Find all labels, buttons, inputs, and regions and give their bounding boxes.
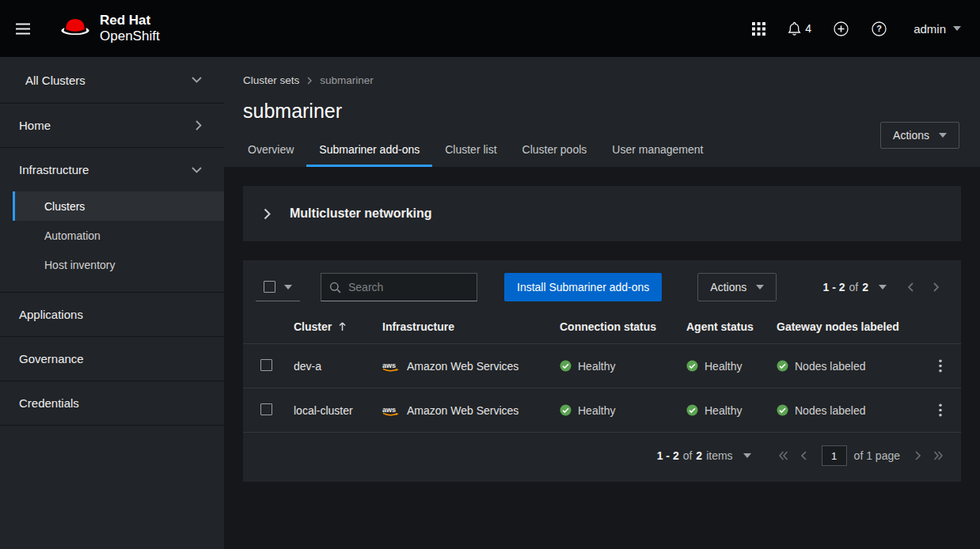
pagination-options-menu-bottom[interactable]: 1 - 2 of 2 items <box>657 449 751 462</box>
pagination-options-menu[interactable]: 1 - 2 of 2 <box>823 281 887 293</box>
notification-count-badge: 4 <box>805 22 811 35</box>
expand-section-button[interactable] <box>260 205 274 223</box>
sidebar-item-governance[interactable]: Governance <box>0 337 224 381</box>
connection-status[interactable]: Healthy <box>578 360 615 373</box>
first-page-button[interactable] <box>773 444 794 468</box>
next-page-button[interactable] <box>923 273 948 301</box>
page-actions-label: Actions <box>893 129 929 142</box>
help-button[interactable]: ? <box>860 0 898 57</box>
bulk-select-checkbox[interactable] <box>264 281 275 293</box>
sidebar-item-label: Clusters <box>44 200 85 213</box>
column-header-connection-status: Connection status <box>550 314 677 344</box>
header-actions-cell <box>920 314 961 344</box>
sidebar-item-label: Credentials <box>19 396 79 410</box>
caret-down-icon <box>953 26 961 31</box>
search-icon <box>329 282 341 293</box>
tab-label: Overview <box>248 143 294 156</box>
install-submariner-button[interactable]: Install Submariner add-ons <box>504 273 662 301</box>
perspective-switcher[interactable]: All Clusters <box>0 57 224 104</box>
chevron-right-icon <box>264 208 271 220</box>
sidebar-item-infrastructure[interactable]: Infrastructure <box>0 148 224 191</box>
kebab-icon <box>939 403 942 417</box>
agent-status[interactable]: Healthy <box>705 360 742 373</box>
page-navigation: of 1 page <box>773 444 948 468</box>
section-title: Multicluster networking <box>290 206 432 221</box>
gateway-nodes-status[interactable]: Nodes labeled <box>795 360 866 373</box>
toolbar-actions-dropdown[interactable]: Actions <box>697 273 777 301</box>
user-menu-dropdown[interactable]: admin <box>914 0 961 57</box>
sidebar-item-label: Applications <box>19 308 83 321</box>
tab-user-management[interactable]: User management <box>599 135 716 167</box>
chevron-right-icon <box>933 282 939 292</box>
tab-label: User management <box>612 143 703 156</box>
caret-down-icon <box>756 285 764 290</box>
table-row: local-cluster aws Amaz <box>243 388 961 433</box>
chevron-right-icon <box>307 77 312 85</box>
prev-page-button[interactable] <box>794 444 815 468</box>
tab-overview[interactable]: Overview <box>243 135 306 167</box>
bell-icon <box>788 21 801 36</box>
current-page-input[interactable] <box>822 445 847 466</box>
column-label: Cluster <box>294 320 332 333</box>
svg-text:?: ? <box>876 24 882 33</box>
sidebar-item-label: Home <box>19 119 51 132</box>
cluster-name: local-cluster <box>284 388 373 433</box>
sidebar-item-home[interactable]: Home <box>0 104 224 148</box>
add-circle-icon <box>834 21 849 36</box>
search-input[interactable] <box>348 281 469 293</box>
breadcrumb-current: submariner <box>320 74 374 86</box>
row-actions-kebab[interactable] <box>933 400 948 420</box>
connection-status[interactable]: Healthy <box>578 404 615 417</box>
tab-cluster-list[interactable]: Cluster list <box>432 135 509 167</box>
app-launcher-icon <box>752 22 765 36</box>
column-header-cluster[interactable]: Cluster <box>284 314 373 344</box>
breadcrumb-cluster-sets-link[interactable]: Cluster sets <box>243 74 299 86</box>
page-title: submariner <box>243 100 959 123</box>
caret-down-icon <box>284 285 292 290</box>
pagination-of-label: of <box>849 281 859 293</box>
pagination-range: 1 - 2 <box>823 281 845 293</box>
tab-bar: Overview Submariner add-ons Cluster list… <box>243 135 959 167</box>
masthead-utilities: 4 ? admin <box>739 0 980 57</box>
sidebar-item-label: Infrastructure <box>19 163 89 176</box>
pagination-of-label: of <box>683 449 693 462</box>
sidebar-item-host-inventory[interactable]: Host inventory <box>13 250 224 279</box>
add-resource-button[interactable] <box>822 0 860 57</box>
nav-toggle-button[interactable] <box>0 0 46 57</box>
page-header: Cluster sets submariner submariner Actio… <box>224 57 980 167</box>
chevron-left-icon <box>908 282 914 292</box>
notifications-button[interactable]: 4 <box>777 0 822 57</box>
username-label: admin <box>914 22 946 36</box>
prev-page-button[interactable] <box>898 273 923 301</box>
perspective-label: All Clusters <box>25 74 85 87</box>
sidebar-item-credentials[interactable]: Credentials <box>0 381 224 426</box>
page-count-label: of 1 page <box>854 449 900 462</box>
double-chevron-right-icon <box>933 451 943 460</box>
sidebar-item-applications[interactable]: Applications <box>0 293 224 337</box>
aws-icon: aws <box>382 405 401 416</box>
check-circle-icon <box>686 404 698 416</box>
multicluster-networking-section: Multicluster networking <box>243 186 961 241</box>
tab-submariner-add-ons[interactable]: Submariner add-ons <box>306 135 432 167</box>
check-circle-icon <box>560 360 572 372</box>
row-checkbox[interactable] <box>260 359 272 371</box>
tab-label: Cluster pools <box>522 143 587 156</box>
gateway-nodes-status[interactable]: Nodes labeled <box>795 404 866 417</box>
sidebar-item-clusters[interactable]: Clusters <box>13 191 224 221</box>
breadcrumb: Cluster sets submariner <box>243 74 959 86</box>
row-actions-kebab[interactable] <box>933 356 948 376</box>
page-actions-dropdown[interactable]: Actions <box>880 122 959 149</box>
app-launcher-button[interactable] <box>739 0 777 57</box>
tab-cluster-pools[interactable]: Cluster pools <box>510 135 600 167</box>
sidebar-group-infrastructure: Infrastructure Clusters Automation Host … <box>0 148 224 293</box>
agent-status[interactable]: Healthy <box>705 404 742 417</box>
content-area: Multicluster networking Install Submarin… <box>224 167 980 549</box>
sidebar-nav: All Clusters Home Infrastructure Cluster… <box>0 57 224 549</box>
next-page-button[interactable] <box>907 444 928 468</box>
chevron-left-icon <box>801 451 807 460</box>
row-checkbox[interactable] <box>260 403 272 415</box>
bulk-select-dropdown[interactable] <box>256 273 300 301</box>
last-page-button[interactable] <box>928 444 948 468</box>
sidebar-item-label: Host inventory <box>44 259 115 271</box>
sidebar-item-automation[interactable]: Automation <box>13 221 224 250</box>
